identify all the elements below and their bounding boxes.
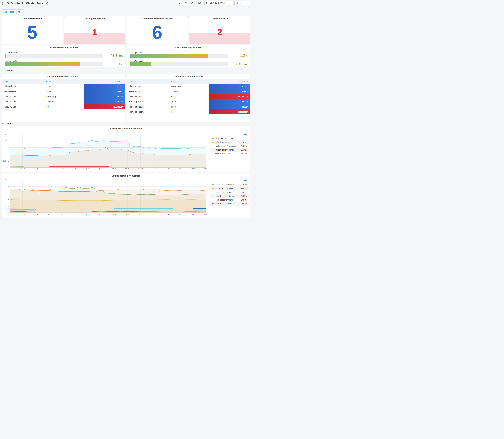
panel-failing-reconcilers: Failing Reconcilers 1 [64, 16, 125, 44]
refresh-interval-dropdown[interactable] [246, 2, 250, 4]
column-header-name[interactable]: Name [169, 79, 209, 84]
legend-row[interactable]: HelmRelease/contour71 ms [210, 137, 249, 140]
cell-name: test2 [169, 94, 209, 99]
gauge-track [130, 62, 228, 66]
save-icon [184, 1, 187, 4]
column-header-status[interactable]: Status [209, 79, 250, 84]
y-axis-tick-label: 2.0 s [5, 185, 9, 187]
legend-row[interactable]: Kustomization/monitoring1.605 s [210, 144, 249, 148]
filter-icon[interactable] [9, 80, 11, 83]
gauge-fill [5, 62, 80, 66]
stat-value: 6 [127, 23, 188, 41]
series-name[interactable]: GitRepository/test2 [215, 191, 241, 193]
series-color-dash [212, 200, 214, 200]
y-axis-tick-label: 1.0 s [5, 199, 9, 201]
legend-row[interactable]: GitRepository/test2338 ms [210, 190, 249, 194]
x-axis-tick-label: 16:01 [125, 213, 130, 215]
refresh-icon[interactable] [241, 2, 246, 4]
filter-icon[interactable] [122, 80, 123, 83]
refresh-button-group[interactable] [241, 0, 250, 5]
variable-namespace-value[interactable]: All [16, 10, 24, 14]
zoom-out-button[interactable] [234, 0, 240, 5]
row-header-status[interactable]: Status [2, 69, 12, 72]
series-name[interactable]: GitRepository/podinfo [215, 187, 241, 190]
series-name[interactable]: HelmRelease/contour [215, 137, 242, 139]
series-avg-value: 16 ms [242, 141, 247, 143]
series-name[interactable]: Kustomization/monitoring [215, 145, 241, 147]
table-row: KustomizationpodinfoReady [2, 99, 125, 104]
series-name[interactable]: Kustomization/test [215, 153, 242, 155]
x-axis-tick-label: 15:55 [47, 213, 51, 215]
kiosk-mode-button[interactable] [197, 0, 202, 5]
series-avg-value: 1.695 s [241, 195, 247, 197]
filter-icon[interactable] [52, 80, 54, 83]
share-icon[interactable] [46, 2, 48, 5]
gauge-value-unit: ms [118, 54, 123, 58]
series-name[interactable]: HelmRelease/minio [215, 141, 242, 143]
series-color-dash [212, 146, 214, 146]
gauge-track [5, 54, 103, 58]
x-axis-tick-label: 16:00 [112, 168, 116, 170]
series-name[interactable]: HelmRepository/minio [215, 199, 241, 201]
cell-kind: Kustomization [2, 99, 44, 104]
series-avg-value: 84 ms [242, 153, 247, 155]
add-panel-icon [178, 1, 181, 4]
series-color-dash [212, 188, 214, 189]
series-name[interactable]: GitRepository/monitoring [215, 183, 241, 186]
series-name[interactable]: Kustomization/podinfo [215, 149, 241, 151]
table-row: HelmRepositoryminioReady [127, 104, 250, 109]
legend-row[interactable]: GitRepository/podinfo980 ms [210, 186, 249, 190]
legend-row[interactable]: HelmRelease/minio16 ms [210, 140, 249, 144]
table-body: GitRepositorymonitoringReadyGitRepositor… [127, 84, 250, 114]
legend-row[interactable]: HelmRepository/test289 ms [210, 202, 249, 206]
cell-name: test [169, 109, 209, 114]
dashboard-settings-button[interactable]: ⚙ [189, 0, 195, 5]
chart-legend: avgHelmRelease/contour71 msHelmRelease/m… [210, 133, 249, 156]
cell-name: podinfo [44, 99, 84, 104]
column-header-status[interactable]: Status [84, 79, 125, 84]
panel-title: Source acquisition readiness [127, 74, 250, 79]
panel-cluster-reconcilers: Cluster Reconcilers 5 [2, 16, 63, 44]
x-axis-tick-label: 15:58 [86, 213, 90, 215]
x-axis-tick-label: 16:07 [204, 168, 208, 170]
series-avg-value: 338 ms [241, 191, 247, 193]
legend-row[interactable]: Kustomization/podinfo1.071 s [210, 148, 249, 152]
filter-icon[interactable] [177, 80, 180, 83]
y-axis-tick-label: 1.5 s [5, 192, 9, 194]
gauge-value-number: 879 [236, 62, 242, 66]
column-header-kind[interactable]: Kind [2, 79, 44, 84]
x-axis-tick-label: 16:00 [112, 213, 116, 215]
save-dashboard-button[interactable] [183, 0, 188, 5]
cell-kind: HelmRepository [127, 104, 169, 109]
cell-status: Not Ready [84, 104, 125, 109]
legend-row[interactable]: HelmRepository/minio108 ms [210, 198, 249, 202]
legend-row[interactable]: Kustomization/test84 ms [210, 152, 249, 156]
cell-status: Ready [209, 99, 250, 104]
legend-avg-header[interactable]: avg [210, 179, 249, 183]
x-axis-tick-label: 15:57 [73, 168, 77, 170]
cell-status: Ready [84, 89, 125, 94]
series-name[interactable]: HelmRepository/test [215, 203, 241, 205]
series-avg-value: 1.071 s [241, 149, 247, 151]
x-axis-tick-label: 16:04 [164, 213, 169, 215]
y-axis-tick-label: 0 s [7, 167, 9, 169]
x-axis-tick-label: 15:59 [99, 213, 103, 215]
panel-title: Cluster reconciliation readiness [2, 74, 125, 79]
time-range-label: Last 15 minutes [210, 2, 225, 4]
series-name[interactable]: HelmRepository/bitnami [215, 195, 241, 197]
filter-icon[interactable] [246, 80, 248, 83]
column-header-kind[interactable]: Kind [127, 79, 169, 84]
legend-avg-header[interactable]: avg [210, 133, 249, 137]
add-panel-button[interactable] [176, 0, 182, 5]
legend-row[interactable]: HelmRepository/bitnami1.695 s [210, 194, 249, 198]
time-range-picker[interactable]: Last 15 minutes [204, 0, 234, 5]
panel-failing-sources: Failing Sources 2 [189, 16, 250, 44]
legend-row[interactable]: GitRepository/monitoring1.594 s [210, 183, 249, 186]
row-header-timing[interactable]: Timing [2, 122, 13, 125]
x-axis-tick-label: 16:03 [151, 213, 156, 215]
table-header-row: KindNameStatus [127, 79, 250, 84]
cell-status: Ready [209, 89, 250, 94]
filter-icon[interactable] [134, 80, 136, 83]
chevron-down-icon [2, 70, 4, 72]
column-header-name[interactable]: Name [44, 79, 84, 84]
